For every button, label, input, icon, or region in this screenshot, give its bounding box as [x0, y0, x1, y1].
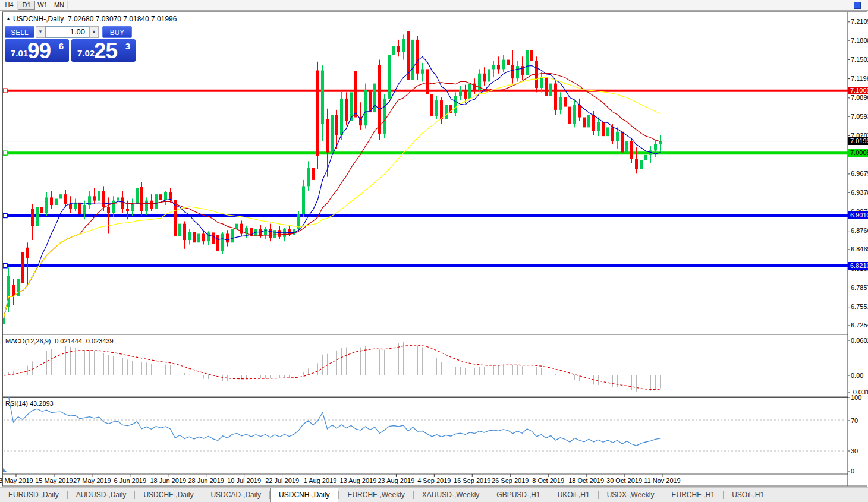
chart-tab-eurchf-h1[interactable]: EURCHF-,H1 — [663, 488, 724, 502]
candle-body — [136, 188, 139, 204]
sell-button[interactable]: SELL — [5, 26, 34, 38]
candle-body — [378, 65, 381, 134]
candle-body — [468, 84, 471, 99]
candle-body — [240, 224, 243, 234]
candle-body — [202, 234, 205, 242]
candle-body — [521, 66, 524, 75]
candle-body — [659, 141, 662, 144]
candle-body — [373, 84, 376, 112]
candle-body — [511, 65, 514, 78]
candle-body — [183, 224, 186, 240]
candle-body — [131, 204, 134, 211]
date-axis-label: 11 Nov 2019 — [635, 477, 690, 484]
line-drag-handle[interactable] — [3, 213, 7, 217]
chart-title: ▲USDCNH-,Daily 7.02680 7.03070 7.01840 7… — [6, 15, 177, 23]
volume-input[interactable]: 1.00 — [45, 26, 89, 38]
price-axis-label: 7.08900 — [851, 94, 868, 102]
candle-body — [440, 100, 443, 119]
window-icon[interactable] — [854, 2, 861, 9]
line-drag-handle[interactable] — [3, 264, 7, 268]
chart-tab-xauusd-weekly[interactable]: XAUUSD-,Weekly — [414, 488, 488, 502]
candle-body — [50, 197, 53, 205]
chart-tab-usdchf-daily[interactable]: USDCHF-,Daily — [135, 488, 202, 502]
chart-tab-audusd-daily[interactable]: AUDUSD-,Daily — [68, 488, 135, 502]
line-drag-handle[interactable] — [3, 89, 7, 93]
candle-body — [321, 70, 324, 124]
candle-body — [40, 207, 43, 213]
line-drag-handle[interactable] — [3, 151, 7, 155]
candle-body — [74, 203, 77, 209]
candle-body — [21, 252, 24, 283]
chart-frame-border-top — [2, 11, 867, 12]
timeframe-button-w1[interactable]: W1 — [34, 1, 51, 9]
candle-body — [402, 39, 405, 52]
candle-body — [331, 115, 334, 152]
volume-increase-button[interactable]: ▲ — [89, 26, 99, 38]
candle-body — [464, 90, 467, 99]
candle-body — [597, 122, 600, 131]
candle-body — [88, 196, 91, 205]
candle-body — [616, 132, 619, 141]
buy-price-display[interactable]: 7.02 25 3 — [71, 39, 136, 62]
chart-tab-eurchf-weekly[interactable]: EURCHF-,Weekly — [339, 488, 413, 502]
candle-body — [150, 201, 153, 209]
rsi-axis-label: 70 — [851, 417, 858, 425]
chart-tab-gbpusd-h1[interactable]: GBPUSD-,H1 — [488, 488, 548, 502]
price-axis-label: 6.93780 — [851, 189, 868, 197]
candle-body — [231, 229, 234, 242]
candle-body — [606, 127, 609, 136]
candle-body — [98, 191, 100, 201]
candle-body — [454, 96, 457, 113]
candle-body — [159, 194, 162, 200]
chart-tab-usdx-weekly[interactable]: USDX-,Weekly — [599, 488, 663, 502]
candle-body — [64, 194, 67, 204]
price-axis-label: 7.11960 — [851, 75, 868, 83]
candle-body — [226, 234, 229, 243]
volume-decrease-button[interactable]: ▼ — [36, 26, 45, 38]
sell-price-display[interactable]: 7.01 99 6 — [5, 39, 69, 62]
candle-body — [345, 99, 348, 121]
price-axis-label: 6.87660 — [851, 227, 868, 235]
candle-body — [36, 207, 39, 226]
sell-price-pip-digit: 6 — [59, 41, 64, 51]
macd-label: MACD(12,26,9) -0.021444 -0.023439 — [5, 337, 114, 345]
candle-body — [369, 90, 372, 112]
chart-tab-usdcnh-daily[interactable]: USDCNH-,Daily — [270, 488, 338, 502]
price-axis-label: 6.96750 — [851, 170, 868, 178]
price-axis-label: 6.72540 — [851, 321, 868, 329]
buy-button[interactable]: BUY — [102, 26, 132, 38]
rsi-axis-label: 0 — [851, 468, 854, 475]
timeframe-button-mn[interactable]: MN — [51, 1, 68, 9]
rsi-value: 43.2893 — [30, 400, 54, 407]
candle-body — [507, 60, 510, 65]
candle-body — [212, 232, 215, 244]
chart-tab-ukoil-h1[interactable]: UKOil-,H1 — [549, 488, 598, 502]
candle-body — [540, 77, 543, 88]
chart-tab-usdcad-daily[interactable]: USDCAD-,Daily — [202, 488, 269, 502]
sell-price-handle: 7.01 — [11, 48, 28, 58]
candle-body — [235, 224, 238, 229]
collapse-arrow-icon[interactable]: ▲ — [6, 16, 11, 21]
timeframe-button-d1[interactable]: D1 — [18, 1, 35, 10]
chart-tab-usoil-h1[interactable]: USOil-,H1 — [724, 488, 772, 502]
candle-body — [126, 209, 129, 211]
candle-body — [316, 70, 319, 156]
trading-terminal-window: H4D1W1MN ▲USDCNH-,Daily 7.02680 7.03070 … — [0, 0, 868, 502]
candle-body — [269, 229, 272, 238]
candle-body — [388, 55, 391, 99]
candle-body — [221, 234, 224, 251]
candle-body — [169, 192, 172, 200]
candle-body — [164, 192, 167, 200]
candle-body — [83, 205, 86, 214]
candle-body — [497, 65, 500, 69]
price-axis-label: 6.78570 — [851, 284, 868, 292]
candle-body — [411, 40, 414, 80]
candle-body — [45, 197, 48, 213]
chart-frame-border — [2, 11, 3, 486]
chart-tab-eurusd-daily[interactable]: EURUSD-,Daily — [0, 488, 67, 502]
timeframe-button-h4[interactable]: H4 — [1, 1, 18, 9]
candle-body — [644, 155, 647, 160]
chart-canvas[interactable] — [0, 0, 868, 502]
candle-body — [516, 66, 519, 78]
candle-body — [549, 84, 552, 96]
